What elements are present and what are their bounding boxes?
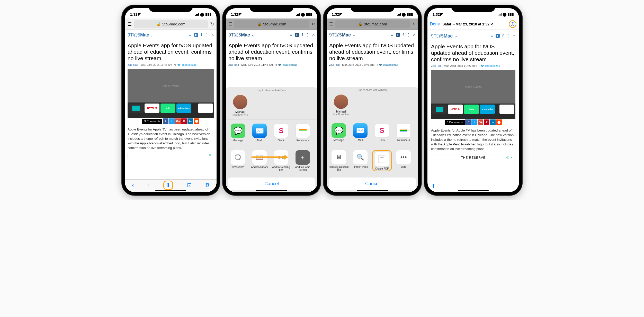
ad-slot: ⓘ ✕	[128, 153, 214, 159]
wifi-icon: ⬤	[200, 12, 204, 16]
lock-icon: 🔒	[156, 22, 161, 26]
action-create-pdf[interactable]: PDFCreate PDF	[373, 152, 391, 170]
hero-caption: Apple Events	[163, 84, 179, 87]
pdf-share-icon[interactable]: ⬆︎	[431, 183, 436, 190]
site-logo[interactable]: 9TⓄ5Mac ⌄	[128, 32, 153, 38]
reader-icon[interactable]: ☰	[128, 21, 132, 27]
pdf-preview: 9TⓄ5Mac ⌄≡▶f⋮⌕ Apple Events app for tvOS…	[427, 30, 519, 164]
tv-app-tile	[129, 104, 144, 113]
article-body: Apple Events for Apple TV has been updat…	[128, 127, 214, 151]
action-bookmark[interactable]: 📖Add Bookmark	[249, 150, 270, 171]
airdrop-contact[interactable]: Michael MacBook Pro	[230, 95, 251, 116]
time: 1:32	[433, 12, 440, 16]
share-reminders[interactable]: Reminders	[393, 123, 414, 142]
home-indicator[interactable]	[256, 190, 287, 191]
action-reading-list[interactable]: 👓Add to Reading List	[271, 150, 291, 171]
headline: Apple Events app for tvOS updated ahead …	[431, 43, 515, 63]
share-mail[interactable]: ✉️Mail	[249, 124, 270, 142]
hero-image: Apple Events NETFLIX hulu prime video	[128, 69, 214, 118]
url-field[interactable]: 🔒9to5mac.com	[134, 20, 208, 28]
pdf-title: Safari - Mar 23, 2018 at 1:32 P...	[442, 22, 506, 26]
byline: Zac Hall - Mar. 23rd 2018 11:46 am PT 🐦 …	[128, 63, 214, 67]
action-row[interactable]: ⓵1Password 📖Add Bookmark 👓Add to Reading…	[226, 146, 317, 175]
share-mail[interactable]: ✉️Mail	[350, 123, 370, 142]
comments-bar: 3 Comments f t G+ P in ⬤	[128, 118, 214, 124]
cancel-button[interactable]: Cancel	[329, 178, 416, 190]
ad-banner: THE RESERVEⓘ ✕	[431, 154, 515, 161]
google-share[interactable]: G+	[175, 118, 181, 124]
share-slack[interactable]: SSlack	[372, 123, 392, 142]
tabs-icon[interactable]: ⧉	[205, 182, 210, 189]
safari-url-bar: ☰ 🔒9to5mac.com ↻	[125, 18, 217, 30]
app-row[interactable]: 💬Message ✉️Mail SSlack Reminders Ad	[226, 119, 317, 146]
twitter-handle[interactable]: @apollozac	[182, 63, 196, 66]
phone-frame-2: 1:32◤⬤▮▮▮ ☰🔒9to5mac.com↻ 9TⓄ5Mac ⌄≡▶f⋮⌕ …	[223, 5, 320, 195]
facebook-icon[interactable]: f	[201, 33, 202, 37]
highlight-share: ⬆︎	[163, 181, 173, 190]
reddit-share[interactable]: ⬤	[194, 118, 199, 124]
tv-app-events	[198, 104, 213, 113]
contact-name: Michael	[230, 110, 251, 113]
home-indicator[interactable]	[458, 190, 489, 191]
twitter-icon[interactable]: 🐦	[177, 63, 181, 66]
author[interactable]: Zac Hall	[128, 63, 138, 66]
publish-date: - Mar. 23rd 2018 11:46 am PT	[139, 63, 176, 66]
pdf-header: Done Safari - Mar 23, 2018 at 1:32 P...	[427, 18, 519, 30]
reload-icon[interactable]: ↻	[210, 21, 214, 27]
headline: Apple Events app for tvOS updated ahead …	[128, 42, 214, 62]
adchoices-icon[interactable]: ⓘ ✕	[206, 153, 211, 157]
linkedin-share[interactable]: in	[187, 118, 193, 124]
menu-icon[interactable]: ≡	[189, 33, 191, 37]
share-message[interactable]: 💬Message	[329, 123, 349, 142]
comments-count[interactable]: 3 Comments	[142, 119, 162, 124]
airdrop-contact[interactable]: MichaelMacBook Pro	[331, 95, 351, 116]
share-message[interactable]: 💬Message	[228, 124, 248, 142]
airdrop-hint: Tap to share with AirDrop	[327, 87, 418, 93]
contact-device: MacBook Pro	[230, 113, 251, 116]
site-header: 9TⓄ5Mac ⌄ ≡ ▶ f ⋮ ⌕	[125, 30, 217, 40]
search-icon[interactable]: ⌕	[211, 33, 214, 37]
share-reminders[interactable]: Reminders	[293, 124, 313, 142]
action-more[interactable]: •••More	[393, 150, 414, 171]
home-indicator[interactable]	[357, 190, 388, 191]
share-more-app[interactable]: Ad	[314, 124, 317, 142]
back-icon[interactable]: ‹	[132, 182, 134, 189]
action-row-scrolled[interactable]: 🖥Request Desktop Site 🔍Find on Page PDFC…	[327, 146, 418, 175]
pen-icon	[511, 22, 515, 26]
markup-icon[interactable]	[509, 20, 516, 28]
youtube-icon[interactable]: ▶	[194, 33, 198, 37]
action-desktop-site[interactable]: 🖥Request Desktop Site	[329, 150, 349, 171]
share-icon[interactable]: ⬆︎	[165, 182, 172, 189]
tv-app-netflix: NETFLIX	[145, 104, 159, 113]
highlight-create-pdf: PDFCreate PDF	[372, 150, 392, 171]
more-icon[interactable]: ⋮	[205, 32, 209, 37]
forward-icon: ›	[148, 182, 149, 189]
tv-app-hulu: hulu	[160, 104, 175, 113]
location-icon: ◤	[138, 12, 141, 16]
airdrop-row: Michael MacBook Pro	[226, 93, 317, 119]
battery-icon: ▮▮▮	[205, 12, 211, 16]
signal-icon	[195, 13, 199, 16]
cancel-button[interactable]: Cancel	[228, 178, 315, 190]
facebook-share[interactable]: f	[163, 118, 168, 124]
action-home-screen[interactable]: ＋Add to Home Screen	[293, 150, 313, 171]
phone-frame-1: 1:31◤ ⬤▮▮▮ ☰ 🔒9to5mac.com ↻ 9TⓄ5Mac ⌄ ≡ …	[122, 5, 220, 195]
action-find[interactable]: 🔍Find on Page	[350, 150, 370, 171]
time: 1:31	[130, 12, 137, 16]
article-content: Apple Events app for tvOS updated ahead …	[125, 40, 217, 161]
pinterest-share[interactable]: P	[181, 118, 187, 124]
share-sheet: Tap to share with AirDrop MichaelMacBook…	[327, 87, 418, 192]
bookmarks-icon[interactable]: ⊡	[187, 182, 192, 189]
share-slack[interactable]: SSlack	[271, 124, 291, 142]
twitter-share[interactable]: t	[169, 118, 175, 124]
avatar	[233, 95, 247, 109]
share-sheet: Tap to share with AirDrop Michael MacBoo…	[226, 87, 317, 192]
action-1password[interactable]: ⓵1Password	[228, 150, 248, 171]
swipe-arrow	[252, 156, 285, 158]
phone-frame-4: 1:32◤⬤▮▮▮ Done Safari - Mar 23, 2018 at …	[424, 5, 522, 195]
tv-app-prime: prime video	[176, 104, 191, 113]
home-indicator[interactable]	[155, 190, 186, 191]
done-button[interactable]: Done	[430, 22, 440, 26]
phone-frame-3: 1:32◤⬤▮▮▮ ☰🔒9to5mac.com↻ 9TⓄ5Mac ⌄≡▶f⋮⌕ …	[324, 5, 421, 195]
airdrop-hint: Tap to share with AirDrop	[226, 87, 317, 93]
